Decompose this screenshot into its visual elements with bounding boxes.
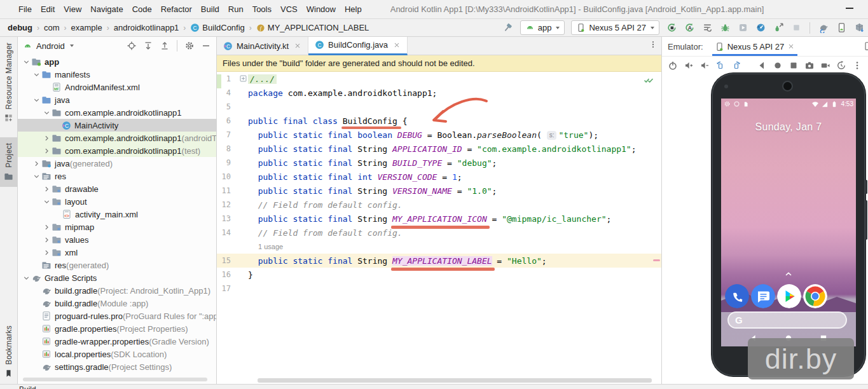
tree-item-activity-main-xml[interactable]: <>activity_main.xml xyxy=(18,208,216,221)
close-icon[interactable] xyxy=(294,42,301,50)
line-number[interactable]: 13 xyxy=(217,214,246,223)
emulator-device-tab[interactable]: Nexus 5 API 27 xyxy=(712,37,798,56)
emu-more-button[interactable] xyxy=(850,58,864,72)
tree-item-res-generated[interactable]: res (generated) xyxy=(18,259,216,271)
chrome-app-icon[interactable] xyxy=(803,284,827,308)
device-manager-button[interactable] xyxy=(834,20,849,36)
messages-app-icon[interactable] xyxy=(751,284,775,308)
code-area[interactable]: 1/.../4package com.example.androidkotlin… xyxy=(217,72,661,296)
hide-panel-button[interactable] xyxy=(198,38,214,53)
tree-item-java[interactable]: java xyxy=(18,93,216,106)
expand-all-button[interactable] xyxy=(141,38,156,53)
chevron-down-icon[interactable] xyxy=(22,274,31,282)
toolwindow-tab-project[interactable]: Project xyxy=(0,137,17,187)
tree-item-gradle-scripts[interactable]: Gradle Scripts xyxy=(18,271,216,284)
tree-item-mipmap[interactable]: mipmap xyxy=(18,221,216,233)
device-select[interactable]: Nexus 5 API 27 xyxy=(571,20,659,35)
usage-inlay-hint[interactable]: 1 usage xyxy=(258,243,283,250)
emu-rotate-right-button[interactable] xyxy=(729,58,743,72)
toolwindow-tab-resource-manager[interactable]: Resource Manager xyxy=(0,37,17,128)
emu-volume-up-button[interactable] xyxy=(682,58,696,72)
line-number[interactable]: 17 xyxy=(217,284,246,293)
breadcrumb-item-debug[interactable]: debug xyxy=(6,22,34,34)
tree-item-com-example-androidkotlinapp1[interactable]: com.example.androidkotlinapp1 xyxy=(18,106,216,119)
gradle-sync-button[interactable] xyxy=(816,20,831,36)
project-view-selector[interactable]: Android xyxy=(23,41,124,51)
chevron-down-icon[interactable] xyxy=(32,96,41,104)
tree-item-gradle-wrapper-properties-gradle-version[interactable]: gradle-wrapper.properties (Gradle Versio… xyxy=(18,335,216,348)
run-configuration-select[interactable]: app xyxy=(520,20,565,35)
tree-item-mainactivity[interactable]: CMainActivity xyxy=(18,119,216,132)
menu-navigate[interactable]: Navigate xyxy=(86,3,127,16)
tree-item-drawable[interactable]: drawable xyxy=(18,182,216,195)
editor-tab-mainactivity-kt[interactable]: CMainActivity.kt xyxy=(217,37,308,55)
line-number[interactable]: 4 xyxy=(217,88,246,97)
editor-panel[interactable]: CMainActivity.ktCBuildConfig.java Files … xyxy=(217,37,661,384)
chevron-right-icon[interactable] xyxy=(42,147,52,155)
line-number[interactable]: 6 xyxy=(217,116,246,125)
line-number[interactable]: 12 xyxy=(217,200,246,209)
menu-vcs[interactable]: VCS xyxy=(276,3,302,16)
chevron-right-icon[interactable] xyxy=(42,185,52,193)
line-number[interactable]: 9 xyxy=(217,158,246,167)
breadcrumb-item-com[interactable]: com xyxy=(43,22,61,34)
menu-refactor[interactable]: Refactor xyxy=(156,3,196,16)
make-hammer-button[interactable] xyxy=(500,20,516,36)
line-number[interactable]: 8 xyxy=(217,144,246,153)
menu-tools[interactable]: Tools xyxy=(248,3,276,16)
tree-item-res[interactable]: res xyxy=(18,170,216,182)
emu-record-button[interactable] xyxy=(818,58,832,72)
emu-volume-down-button[interactable] xyxy=(698,58,712,72)
close-icon[interactable] xyxy=(787,43,795,50)
emu-screenshot-button[interactable] xyxy=(803,58,816,72)
line-number[interactable]: 14 xyxy=(217,228,246,237)
stop-button[interactable] xyxy=(789,20,804,36)
locate-button[interactable] xyxy=(124,38,139,53)
line-number[interactable]: 5 xyxy=(217,102,246,111)
tree-item-build-gradle-project-android-kotlin-app1[interactable]: build.gradle (Project: Android_Kotlin_Ap… xyxy=(18,284,216,297)
more-vertical-icon[interactable] xyxy=(649,40,658,49)
line-number[interactable]: 11 xyxy=(217,186,246,195)
collapse-all-button[interactable] xyxy=(157,38,172,53)
tree-item-build-gradle-module-app[interactable]: build.gradle (Module :app) xyxy=(18,297,216,310)
menu-file[interactable]: File xyxy=(14,3,36,16)
emu-home-button[interactable] xyxy=(771,58,785,72)
line-number[interactable]: 7 xyxy=(217,130,246,139)
minimize-button[interactable] xyxy=(843,3,857,14)
phone-screen[interactable]: 4:53 Sunday, Jan 7 G xyxy=(721,99,856,346)
chevron-right-icon[interactable] xyxy=(42,249,52,257)
chevron-down-icon[interactable] xyxy=(42,198,52,206)
line-number[interactable]: 16 xyxy=(217,270,246,279)
apply-code-changes-button[interactable]: A xyxy=(682,20,697,36)
breadcrumb-item-buildconfig[interactable]: CBuildConfig xyxy=(189,22,246,34)
error-stripe-mark[interactable] xyxy=(653,259,660,261)
tree-item-com-example-androidkotlinapp1-test[interactable]: com.example.androidkotlinapp1 (test) xyxy=(18,144,216,157)
line-number[interactable]: 15 xyxy=(217,256,246,265)
emu-back-button[interactable] xyxy=(755,58,769,72)
tree-item-values[interactable]: values xyxy=(18,233,216,246)
google-search-bar[interactable]: G xyxy=(727,311,847,329)
phone-app-icon[interactable] xyxy=(725,284,749,308)
chevron-right-icon[interactable] xyxy=(42,223,52,231)
chevron-down-icon[interactable] xyxy=(22,58,31,66)
tree-item-androidmanifest-xml[interactable]: MFAndroidManifest.xml xyxy=(18,81,216,93)
line-number[interactable]: 10 xyxy=(217,172,246,181)
tree-item-local-properties-sdk-location[interactable]: local.properties (SDK Location) xyxy=(18,348,216,360)
tree-item-gradle-properties-project-properties[interactable]: gradle.properties (Project Properties) xyxy=(18,322,216,335)
breadcrumb-item-androidkotlinapp1[interactable]: androidkotlinapp1 xyxy=(113,22,181,34)
menu-window[interactable]: Window xyxy=(302,3,340,16)
menu-build[interactable]: Build xyxy=(196,3,224,16)
tree-item-settings-gradle-project-settings[interactable]: settings.gradle (Project Settings) xyxy=(18,360,216,373)
chevron-up-icon[interactable] xyxy=(783,269,794,279)
close-icon[interactable] xyxy=(393,41,401,49)
run-restart-button[interactable] xyxy=(664,20,679,36)
chevron-down-icon[interactable] xyxy=(32,172,41,181)
chevron-right-icon[interactable] xyxy=(32,160,41,168)
tree-item-xml[interactable]: xml xyxy=(18,246,216,259)
chevron-down-icon[interactable] xyxy=(42,109,52,117)
breadcrumb-item-example[interactable]: example xyxy=(70,22,104,34)
settings-gear-button[interactable] xyxy=(182,38,197,53)
emu-snapshots-button[interactable] xyxy=(834,58,848,72)
menu-view[interactable]: View xyxy=(59,3,86,16)
tree-item-app[interactable]: app xyxy=(18,55,216,68)
